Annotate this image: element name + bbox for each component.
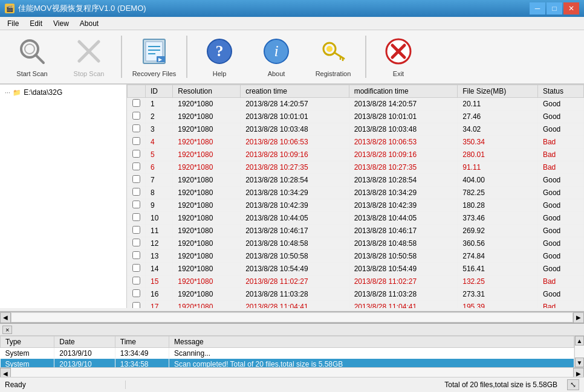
maximize-button[interactable]: □: [547, 2, 562, 14]
row-modification: 2013/8/28 10:48:58: [349, 237, 458, 250]
row-modification: 2013/8/28 10:46:17: [349, 225, 458, 237]
row-resolution: 1920*1080: [173, 275, 241, 288]
row-checkbox[interactable]: [132, 124, 140, 132]
table-row[interactable]: 171920*10802013/8/28 11:04:412013/8/28 1…: [128, 301, 584, 309]
row-creation: 2013/8/28 10:54:49: [241, 263, 349, 275]
table-row[interactable]: 11920*10802013/8/28 14:20:572013/8/28 14…: [128, 98, 584, 111]
table-row[interactable]: 151920*10802013/8/28 11:02:272013/8/28 1…: [128, 275, 584, 288]
hscroll-left-button[interactable]: ◀: [0, 312, 11, 323]
menu-edit[interactable]: Edit: [25, 18, 47, 29]
row-id: 14: [146, 263, 173, 275]
log-row[interactable]: System 2013/9/10 13:34:58 Scan completed…: [1, 359, 574, 367]
row-creation: 2013/8/28 10:27:35: [241, 161, 349, 174]
row-checkbox-cell: [128, 225, 146, 237]
table-row[interactable]: 121920*10802013/8/28 10:48:582013/8/28 1…: [128, 237, 584, 250]
row-checkbox[interactable]: [132, 226, 140, 234]
stop-scan-button[interactable]: Stop Scan: [62, 33, 116, 81]
col-size: File Size(MB): [458, 85, 538, 98]
row-id: 8: [146, 187, 173, 199]
hscroll-track[interactable]: [11, 312, 573, 323]
toolbar: Start Scan Stop Scan ▶ Recovery Files: [0, 30, 584, 85]
row-size: 360.56: [458, 237, 538, 250]
log-row[interactable]: System 2013/9/10 13:34:49 Scanning...: [1, 348, 574, 359]
tree-item-root[interactable]: ··· 📁 E:\data\32G: [2, 87, 124, 98]
log-hscroll-track[interactable]: [11, 368, 573, 377]
recovery-files-button[interactable]: ▶ Recovery Files: [127, 33, 181, 81]
row-checkbox-cell: [128, 98, 146, 111]
row-checkbox[interactable]: [132, 201, 140, 208]
file-table: ID Resolution creation time modification…: [127, 85, 584, 308]
row-checkbox[interactable]: [132, 277, 140, 284]
table-row[interactable]: 141920*10802013/8/28 10:54:492013/8/28 1…: [128, 263, 584, 275]
row-checkbox[interactable]: [132, 150, 140, 158]
start-scan-icon: [18, 37, 47, 68]
table-row[interactable]: 71920*10802013/8/28 10:28:542013/8/28 10…: [128, 174, 584, 187]
table-row[interactable]: 31920*10802013/8/28 10:03:482013/8/28 10…: [128, 123, 584, 136]
app-icon: 🎬: [5, 4, 15, 13]
row-id: 7: [146, 174, 173, 187]
start-scan-button[interactable]: Start Scan: [5, 33, 59, 81]
horizontal-scrollbar[interactable]: ◀ ▶: [0, 312, 584, 323]
table-row[interactable]: 91920*10802013/8/28 10:42:392013/8/28 10…: [128, 199, 584, 212]
row-modification: 2013/8/28 10:34:29: [349, 187, 458, 199]
menu-file[interactable]: File: [2, 18, 24, 29]
row-checkbox[interactable]: [132, 239, 140, 246]
table-area[interactable]: ID Resolution creation time modification…: [127, 85, 584, 308]
table-row[interactable]: 131920*10802013/8/28 10:50:582013/8/28 1…: [128, 250, 584, 263]
menu-about[interactable]: About: [75, 18, 103, 29]
row-checkbox[interactable]: [132, 175, 140, 183]
minimize-button[interactable]: ─: [530, 2, 545, 14]
toolbar-separator-1: [121, 36, 122, 78]
row-size: 195.39: [458, 301, 538, 309]
table-row[interactable]: 21920*10802013/8/28 10:01:012013/8/28 10…: [128, 111, 584, 123]
log-vscroll-track[interactable]: [575, 345, 584, 358]
row-checkbox[interactable]: [132, 137, 140, 145]
log-table: Type Date Time Message System 2013/9/10 …: [0, 336, 574, 367]
row-checkbox[interactable]: [132, 289, 140, 297]
toolbar-separator-3: [365, 36, 366, 78]
row-resolution: 1920*1080: [173, 161, 241, 174]
row-modification: 2013/8/28 10:27:35: [349, 161, 458, 174]
table-row[interactable]: 51920*10802013/8/28 10:09:162013/8/28 10…: [128, 149, 584, 161]
row-status: Good: [537, 237, 583, 250]
row-creation: 2013/8/28 14:20:57: [241, 98, 349, 111]
table-row[interactable]: 81920*10802013/8/28 10:34:292013/8/28 10…: [128, 187, 584, 199]
table-row[interactable]: 101920*10802013/8/28 10:44:052013/8/28 1…: [128, 212, 584, 225]
about-button[interactable]: i About: [249, 33, 303, 81]
row-checkbox[interactable]: [132, 302, 140, 308]
row-checkbox[interactable]: [132, 251, 140, 259]
table-row[interactable]: 61920*10802013/8/28 10:27:352013/8/28 10…: [128, 161, 584, 174]
log-close-button[interactable]: ×: [2, 326, 12, 334]
svg-point-17: [326, 46, 333, 52]
log-vscroll-up-button[interactable]: ▲: [575, 336, 584, 345]
close-button[interactable]: ✕: [563, 2, 579, 14]
exit-button[interactable]: Exit: [371, 33, 426, 81]
log-header-row: Type Date Time Message: [1, 336, 574, 348]
row-checkbox-cell: [128, 187, 146, 199]
row-modification: 2013/8/28 11:04:41: [349, 301, 458, 309]
row-modification: 2013/8/28 10:03:48: [349, 123, 458, 136]
row-checkbox[interactable]: [132, 264, 140, 272]
log-hscroll-right-button[interactable]: ▶: [573, 368, 584, 377]
log-hscroll-left-button[interactable]: ◀: [0, 368, 11, 377]
log-vscroll-down-button[interactable]: ▼: [575, 358, 584, 367]
row-checkbox[interactable]: [132, 99, 140, 107]
log-hscroll[interactable]: ◀ ▶: [0, 367, 584, 377]
row-checkbox[interactable]: [132, 213, 140, 221]
log-vscroll[interactable]: ▲ ▼: [574, 336, 584, 367]
table-row[interactable]: 41920*10802013/8/28 10:06:532013/8/28 10…: [128, 136, 584, 149]
menu-view[interactable]: View: [48, 18, 74, 29]
row-checkbox[interactable]: [132, 162, 140, 170]
row-id: 1: [146, 98, 173, 111]
about-label: About: [268, 70, 285, 77]
row-checkbox[interactable]: [132, 188, 140, 196]
row-checkbox[interactable]: [132, 112, 140, 120]
help-button[interactable]: ? Help: [192, 33, 247, 81]
log-table-area[interactable]: Type Date Time Message System 2013/9/10 …: [0, 336, 574, 367]
hscroll-right-button[interactable]: ▶: [573, 312, 584, 323]
registration-button[interactable]: Registration: [306, 33, 360, 81]
table-row[interactable]: 161920*10802013/8/28 11:03:282013/8/28 1…: [128, 288, 584, 301]
row-id: 13: [146, 250, 173, 263]
table-row[interactable]: 111920*10802013/8/28 10:46:172013/8/28 1…: [128, 225, 584, 237]
row-creation: 2013/8/28 10:01:01: [241, 111, 349, 123]
